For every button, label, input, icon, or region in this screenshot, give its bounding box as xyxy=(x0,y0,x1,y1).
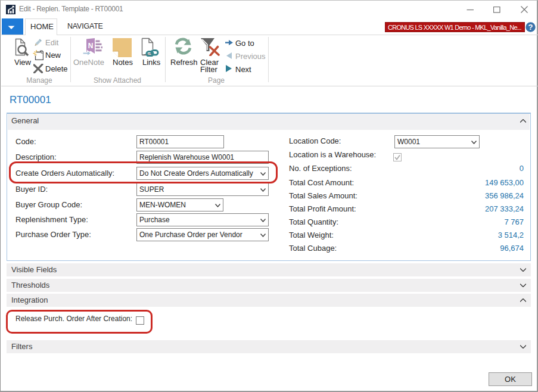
svg-text:?: ? xyxy=(528,23,533,32)
svg-text:N: N xyxy=(88,42,94,50)
